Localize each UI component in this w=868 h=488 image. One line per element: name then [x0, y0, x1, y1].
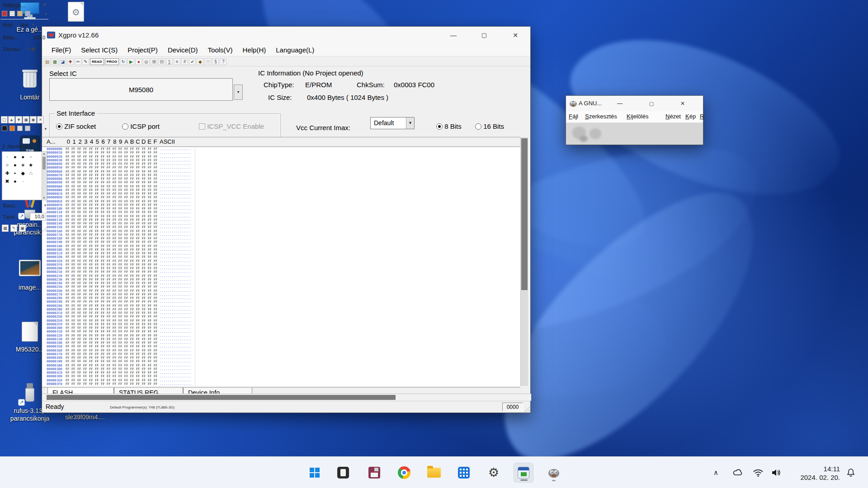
toolbar-icon[interactable]: ✂ [75, 58, 81, 65]
hex-row[interactable]: 000002F0FF FF FF FF FF FF FF FF FF FF FF… [47, 323, 520, 326]
brush-thumbnail[interactable]: ○ [3, 161, 11, 169]
toolbar-icon[interactable]: § [212, 58, 219, 65]
hex-row[interactable]: 000000C0FF FF FF FF FF FF FF FF FF FF FF… [47, 192, 520, 196]
toolbar-icon[interactable]: ∑ [166, 58, 173, 65]
tray-onedrive[interactable] [732, 457, 743, 488]
ic-select-combo[interactable]: M95080 [49, 78, 233, 101]
opacity-row[interactable]: Átláts... 100,0 [0, 31, 48, 45]
hex-row[interactable]: 00000290FF FF FF FF FF FF FF FF FF FF FF… [47, 300, 520, 304]
hex-row[interactable]: 000001A0FF FF FF FF FF FF FF FF FF FF FF… [47, 244, 520, 248]
toolbar-icon[interactable]: ● [135, 58, 142, 65]
layer-action-button[interactable]: ▼ [15, 116, 22, 123]
hex-row[interactable]: 000002C0FF FF FF FF FF FF FF FF FF FF FF… [47, 311, 520, 315]
zif-socket-radio[interactable]: ZIF socket [56, 122, 96, 130]
taskbar-clock[interactable]: 14:11 2024. 02. 20. [800, 465, 840, 482]
hex-row[interactable]: 000000B0FF FF FF FF FF FF FF FF FF FF FF… [47, 188, 520, 192]
minimize-button[interactable]: — [443, 27, 463, 44]
brush-thumbnail[interactable]: ∴ [27, 169, 35, 177]
menu-select-ic[interactable]: Select IC(S) [76, 44, 123, 56]
menu-kep[interactable]: Kép [685, 113, 696, 120]
brush-thumbnail[interactable]: ◆ [19, 169, 27, 177]
dock-titlebar[interactable]: Rétege... ✕ [0, 0, 48, 10]
hex-row[interactable]: 00000360FF FF FF FF FF FF FF FF FF FF FF… [47, 349, 520, 352]
lock-icons[interactable]: ✎ ▩ [26, 47, 35, 52]
opacity-value[interactable]: 100,0 [33, 35, 45, 40]
hex-row[interactable]: 00000390FF FF FF FF FF FF FF FF FF FF FF… [47, 360, 520, 363]
brush-thumbnail[interactable]: ✚ [3, 169, 11, 177]
brush-set-row[interactable]: Basic, ▾ [0, 201, 48, 211]
menu-kijeloles[interactable]: Kijelölés [627, 113, 648, 120]
hex-row[interactable]: 00000050FF FF FF FF FF FF FF FF FF FF FF… [47, 166, 520, 169]
hex-row[interactable]: 00000110FF FF FF FF FF FF FF FF FF FF FF… [47, 211, 520, 214]
toolbar-icon[interactable]: ◎ [143, 58, 150, 65]
brush-tab-icon[interactable] [2, 126, 7, 131]
resize-grip[interactable] [524, 406, 530, 412]
hex-row[interactable]: 00000100FF FF FF FF FF FF FF FF FF FF FF… [47, 207, 520, 211]
hex-row[interactable]: 00000040FF FF FF FF FF FF FF FF FF FF FF… [47, 162, 520, 166]
hex-row[interactable]: 00000340FF FF FF FF FF FF FF FF FF FF FF… [47, 341, 520, 345]
dock-tab-icon[interactable] [17, 11, 23, 16]
edit-brush-icon[interactable]: ✎ [10, 225, 17, 232]
hex-row[interactable]: 00000190FF FF FF FF FF FF FF FF FF FF FF… [47, 240, 520, 244]
brush-grid-scrollbar[interactable]: ▲▼ [42, 152, 46, 199]
hex-row[interactable]: 00000160FF FF FF FF FF FF FF FF FF FF FF… [47, 230, 520, 233]
chevron-down-icon[interactable]: ▾ [44, 127, 47, 131]
taskbar-gimp[interactable] [544, 463, 564, 483]
hex-row[interactable]: 00000250FF FF FF FF FF FF FF FF FF FF FF… [47, 285, 520, 289]
menu-nezet[interactable]: Nézet [665, 113, 681, 120]
brush-thumbnail[interactable]: ✖ [3, 177, 11, 185]
mode-value[interactable]: Nor [20, 22, 28, 28]
taskbar-chrome[interactable] [394, 463, 414, 483]
toolbar-icon[interactable]: ↻ [120, 58, 127, 65]
scrollbar-thumb[interactable] [47, 395, 396, 400]
maximize-button[interactable]: ▢ [645, 96, 658, 111]
brush-thumbnail[interactable]: ● [11, 177, 19, 185]
brush-thumbnail[interactable]: · [3, 153, 11, 161]
chevron-down-icon[interactable]: ▾ [44, 12, 47, 16]
hex-row[interactable]: 00000260FF FF FF FF FF FF FF FF FF FF FF… [47, 289, 520, 293]
hex-row[interactable]: 000000F0FF FF FF FF FF FF FF FF FF FF FF… [47, 203, 520, 207]
hex-row[interactable]: 000001D0FF FF FF FF FF FF FF FF FF FF FF… [47, 255, 520, 259]
brush-thumbnail[interactable]: ★ [27, 161, 35, 169]
pattern-tab-icon[interactable] [9, 126, 15, 131]
hex-row[interactable]: 000002D0FF FF FF FF FF FF FF FF FF FF FF… [47, 315, 520, 319]
layer-action-button[interactable]: ▢ [1, 116, 8, 123]
8-bits-radio[interactable]: 8 Bits [436, 122, 462, 130]
chevron-down-icon[interactable]: ▾ [32, 23, 34, 27]
hex-row[interactable]: 00000300FF FF FF FF FF FF FF FF FF FF FF… [47, 326, 520, 330]
hex-row[interactable]: 00000150FF FF FF FF FF FF FF FF FF FF FF… [47, 225, 520, 229]
dock-tab-icon[interactable] [9, 11, 15, 16]
hex-row[interactable]: 000000E0FF FF FF FF FF FF FF FF FF FF FF… [47, 200, 520, 203]
hex-row[interactable]: 000000A0FF FF FF FF FF FF FF FF FF FF FF… [47, 185, 520, 188]
hex-row[interactable]: 00000370FF FF FF FF FF FF FF FF FF FF FF… [47, 352, 520, 356]
new-brush-icon[interactable]: ▣ [19, 225, 26, 232]
vcc-current-dropdown[interactable]: Default ▼ [370, 117, 415, 129]
hex-row[interactable]: 000003E0FF FF FF FF FF FF FF FF FF FF FF… [47, 379, 520, 382]
brush-thumbnail[interactable]: ● [11, 161, 19, 169]
close-button[interactable]: ✕ [676, 96, 689, 111]
brush-thumbnail[interactable]: ▪ [11, 169, 19, 177]
toolbar-icon[interactable]: ? [220, 58, 226, 65]
tray-wifi[interactable] [753, 457, 763, 488]
gimp-titlebar[interactable]: A GNU... — ▢ ✕ [566, 96, 703, 111]
menu-tools[interactable]: Tools(V) [203, 44, 238, 56]
taskbar-floppy-app[interactable] [364, 463, 384, 483]
gradient-tab-icon[interactable] [17, 126, 23, 131]
hex-row[interactable]: 000002B0FF FF FF FF FF FF FF FF FF FF FF… [47, 308, 520, 311]
toolbar-icon[interactable]: ≡ [174, 58, 180, 65]
toolbar-icon[interactable]: ⊞ [151, 58, 157, 65]
hex-row[interactable]: 00000010FF FF FF FF FF FF FF FF FF FF FF… [47, 151, 520, 155]
taskbar-calculator[interactable] [454, 463, 474, 483]
hex-row[interactable]: 000002A0FF FF FF FF FF FF FF FF FF FF FF… [47, 304, 520, 308]
dock-tab-icon[interactable] [25, 11, 30, 16]
brush-thumbnail[interactable]: ● [19, 153, 27, 161]
16-bits-radio[interactable]: 16 Bits [475, 122, 504, 130]
hex-row[interactable]: 00000200FF FF FF FF FF FF FF FF FF FF FF… [47, 267, 520, 270]
spacing-value[interactable]: 10,0 [30, 213, 46, 221]
toolbar-icon[interactable]: ✎ [82, 58, 89, 65]
brush-thumbnail[interactable]: ∗ [19, 161, 27, 169]
hex-row[interactable]: 00000230FF FF FF FF FF FF FF FF FF FF FF… [47, 278, 520, 282]
hex-row[interactable]: 00000380FF FF FF FF FF FF FF FF FF FF FF… [47, 356, 520, 360]
hex-row[interactable]: 00000020FF FF FF FF FF FF FF FF FF FF FF… [47, 155, 520, 159]
layer-action-button[interactable]: ◉ [30, 116, 37, 123]
